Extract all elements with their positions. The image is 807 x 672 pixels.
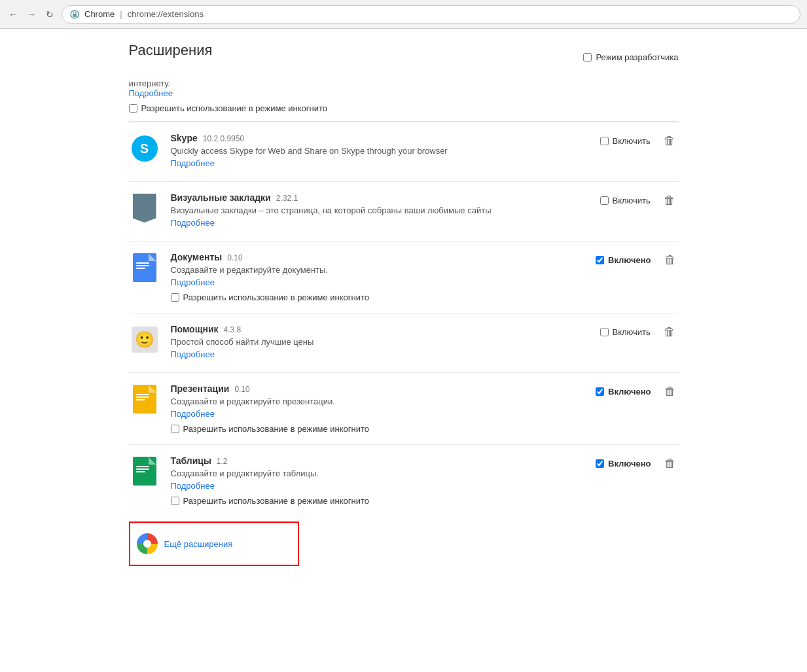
presentations-name-row: Презентации 0.10 [171, 383, 583, 394]
more-extensions-section[interactable]: Ещё расширения [129, 522, 299, 566]
tables-enable-row: Включено [596, 459, 651, 469]
presentations-incognito-checkbox[interactable] [171, 425, 179, 433]
presentations-controls: Включено 🗑 [596, 383, 679, 400]
skype-enable-checkbox[interactable] [600, 137, 609, 145]
tables-name: Таблицы [171, 455, 211, 466]
docs-desc: Создавайте и редактируйте документы. [171, 265, 583, 275]
dev-mode-checkbox[interactable] [583, 53, 592, 62]
docs-name: Документы [171, 252, 223, 262]
dev-mode-label: Режим разработчика [596, 52, 678, 62]
docs-details-link[interactable]: Подробнее [171, 277, 215, 287]
visual-bookmarks-icon-container [129, 192, 160, 224]
presentations-delete-button[interactable]: 🗑 [662, 383, 679, 400]
lock-icon [70, 10, 79, 19]
docs-name-row: Документы 0.10 [171, 252, 583, 262]
back-button[interactable]: ← [7, 8, 20, 21]
skype-enable-row: Включить [600, 136, 651, 146]
top-partial-section: интернету. Подробнее Разрешить использов… [129, 79, 679, 122]
pomoshnik-controls: Включить 🗑 [600, 324, 679, 340]
docs-version: 0.10 [227, 253, 242, 262]
presentations-icon-container [129, 383, 160, 415]
extension-item-presentations: Презентации 0.10 Создавайте и редактируй… [129, 372, 679, 444]
pomoshnik-enable-label: Включить [613, 327, 651, 337]
tables-controls: Включено 🗑 [596, 455, 679, 472]
dev-mode-section: Режим разработчика [583, 52, 678, 62]
docs-incognito-checkbox[interactable] [171, 293, 179, 302]
extension-item-skype: S Skype 10.2.0.9950 Quickly access Skype… [129, 122, 679, 181]
top-partial-incognito-checkbox[interactable] [129, 104, 137, 113]
tables-enable-label: Включено [608, 459, 651, 469]
top-partial-incognito-label: Разрешить использование в режиме инкогни… [141, 103, 328, 113]
docs-icon [133, 253, 156, 282]
presentations-incognito-label: Разрешить использование в режиме инкогни… [183, 424, 370, 434]
page-header: Расширения Режим разработчика [129, 42, 679, 72]
docs-icon-container [129, 252, 160, 283]
docs-delete-button[interactable]: 🗑 [662, 252, 679, 268]
skype-details-link[interactable]: Подробнее [171, 158, 215, 168]
presentations-enable-row: Включено [596, 387, 651, 397]
skype-desc: Quickly access Skype for Web and Share o… [171, 146, 587, 156]
skype-info: Skype 10.2.0.9950 Quickly access Skype f… [171, 133, 587, 171]
pomoshnik-version: 4.3.8 [224, 325, 242, 334]
tables-delete-button[interactable]: 🗑 [662, 455, 679, 472]
pomoshnik-delete-button[interactable]: 🗑 [661, 324, 678, 340]
pomoshnik-enable-row: Включить [600, 327, 651, 337]
skype-version: 10.2.0.9950 [203, 134, 244, 143]
pomoshnik-enable-checkbox[interactable] [600, 328, 609, 336]
skype-enable-label: Включить [613, 136, 651, 146]
docs-incognito-row: Разрешить использование в режиме инкогни… [171, 292, 583, 302]
presentations-details-link[interactable]: Подробнее [171, 409, 215, 419]
visual-bookmarks-icon [133, 194, 156, 222]
presentations-enable-label: Включено [608, 387, 651, 397]
extension-item-tables: Таблицы 1.2 Создавайте и редактируйте та… [129, 444, 679, 516]
tables-enable-checkbox[interactable] [596, 459, 604, 468]
skype-icon-container: S [129, 133, 160, 164]
visual-bookmarks-enable-row: Включить [600, 196, 651, 205]
extensions-page: Расширения Режим разработчика интернету.… [109, 29, 698, 579]
visual-bookmarks-enable-checkbox[interactable] [600, 196, 609, 205]
presentations-desc: Создавайте и редактируйте презентации. [171, 397, 583, 406]
docs-controls: Включено 🗑 [596, 252, 679, 268]
docs-incognito-label: Разрешить использование в режиме инкогни… [183, 292, 370, 302]
tables-details-link[interactable]: Подробнее [171, 481, 215, 491]
skype-name-row: Skype 10.2.0.9950 [171, 133, 587, 143]
visual-bookmarks-desc: Визуальные закладки – это страница, на к… [171, 205, 587, 215]
pomoshnik-name-row: Помощник 4.3.8 [171, 324, 587, 334]
presentations-icon [133, 385, 156, 414]
presentations-enable-checkbox[interactable] [596, 387, 604, 396]
pomoshnik-info: Помощник 4.3.8 Простой способ найти лучш… [171, 324, 587, 362]
address-bar: Chrome | chrome://extensions [62, 5, 800, 24]
extension-item-pomoshnik: 🙂 Помощник 4.3.8 Простой способ найти лу… [129, 313, 679, 372]
pomoshnik-desc: Простой способ найти лучшие цены [171, 337, 587, 347]
partial-text: интернету. [129, 79, 171, 88]
docs-enable-checkbox[interactable] [596, 256, 604, 264]
reload-button[interactable]: ↻ [43, 8, 56, 21]
chrome-icon [137, 533, 158, 554]
skype-controls: Включить 🗑 [600, 133, 679, 149]
docs-enable-label: Включено [608, 255, 651, 265]
presentations-info: Презентации 0.10 Создавайте и редактируй… [171, 383, 583, 434]
tables-incognito-label: Разрешить использование в режиме инкогни… [183, 496, 370, 506]
visual-bookmarks-name-row: Визуальные закладки 2.32.1 [171, 192, 587, 203]
visual-bookmarks-details-link[interactable]: Подробнее [171, 218, 215, 228]
presentations-name: Презентации [171, 383, 230, 394]
pomoshnik-details-link[interactable]: Подробнее [171, 349, 215, 359]
tables-incognito-checkbox[interactable] [171, 497, 179, 505]
forward-button[interactable]: → [25, 8, 38, 21]
visual-bookmarks-controls: Включить 🗑 [600, 192, 679, 209]
tables-incognito-row: Разрешить использование в режиме инкогни… [171, 496, 583, 506]
more-extensions-link[interactable]: Ещё расширения [164, 539, 233, 549]
visual-bookmarks-delete-button[interactable]: 🗑 [661, 192, 678, 209]
docs-info: Документы 0.10 Создавайте и редактируйте… [171, 252, 583, 302]
tables-info: Таблицы 1.2 Создавайте и редактируйте та… [171, 455, 583, 506]
docs-enable-row: Включено [596, 255, 651, 265]
skype-delete-button[interactable]: 🗑 [661, 133, 678, 149]
presentations-version: 0.10 [234, 385, 249, 394]
visual-bookmarks-name: Визуальные закладки [171, 192, 271, 203]
tables-desc: Создавайте и редактируйте таблицы. [171, 469, 583, 478]
top-partial-incognito-row: Разрешить использование в режиме инкогни… [129, 103, 679, 113]
top-partial-details-link[interactable]: Подробнее [129, 88, 173, 98]
tables-version: 1.2 [217, 457, 228, 466]
tables-name-row: Таблицы 1.2 [171, 455, 583, 466]
tables-icon-container [129, 455, 160, 487]
